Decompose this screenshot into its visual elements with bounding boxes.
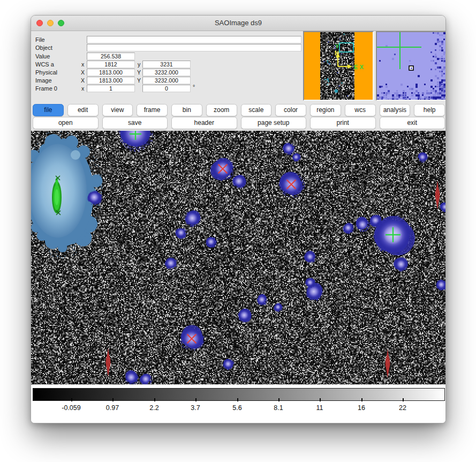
colorbar-tick — [195, 398, 197, 401]
colorbar-tick-label: 5.6 — [232, 404, 241, 412]
frame-x-label: x — [81, 85, 84, 92]
ds9-window: SAOImage ds9 File Object Value 256.538 W… — [31, 15, 446, 423]
menu-bin[interactable]: bin — [171, 104, 202, 116]
header-button[interactable]: header — [171, 117, 237, 129]
panner-viewbox — [339, 43, 353, 52]
colorbar-tick-label: 2.2 — [149, 404, 158, 412]
colorbar-tick-label: 3.7 — [191, 404, 200, 412]
menu-frame[interactable]: frame — [137, 104, 168, 116]
colorbar-tick-label: -0.059 — [62, 404, 80, 412]
colorbar-gradient[interactable] — [33, 388, 445, 401]
compass-label-y: Y — [335, 43, 339, 49]
colorbar-area: -0.059 0.97 2.2 3.7 5.6 8.1 11 16 22 — [31, 384, 446, 423]
compass-label-n: N — [335, 50, 339, 56]
image-x-field: 1813.000 — [87, 77, 135, 84]
magnifier-cursor-dot — [411, 68, 412, 69]
compass-label-x: X — [360, 64, 364, 70]
compass-label-e: E — [354, 64, 358, 70]
panner-overlay: Y N E X — [304, 32, 373, 100]
action-bar: open save header page setup print exit — [33, 117, 445, 129]
desktop: { "window": { "title": "SAOImage ds9" },… — [0, 0, 476, 462]
traffic-lights — [36, 20, 64, 26]
magnifier-panel[interactable] — [376, 31, 446, 101]
physical-y-field: 3232.000 — [142, 69, 191, 76]
page-setup-button[interactable]: page setup — [241, 117, 307, 129]
value-field: 256.538 — [87, 53, 135, 60]
image-x-label: X — [81, 77, 85, 84]
colorbar-tick — [320, 398, 321, 401]
physical-x-label: X — [81, 69, 85, 76]
compass-right-arrowhead — [347, 64, 352, 69]
save-button[interactable]: save — [102, 117, 168, 129]
menu-scale[interactable]: scale — [241, 104, 272, 116]
frame-angle-unit: ° — [193, 84, 195, 90]
colorbar-tick — [71, 398, 72, 401]
file-field — [87, 36, 301, 43]
menu-view[interactable]: view — [102, 104, 133, 116]
physical-y-label: Y — [137, 69, 141, 76]
menu-color[interactable]: color — [275, 104, 306, 116]
colorbar-tick — [154, 398, 155, 401]
wcs-x-field: 1812 — [87, 61, 135, 68]
menu-wcs[interactable]: wcs — [345, 104, 376, 116]
physical-x-field: 1813.000 — [87, 69, 135, 76]
zoom-button[interactable] — [58, 20, 64, 26]
physical-label: Physical — [35, 69, 57, 76]
colorbar-tick — [403, 398, 404, 401]
panner-panel[interactable]: Y N E X — [303, 31, 374, 101]
image-label: Image — [35, 77, 52, 84]
titlebar: SAOImage ds9 — [31, 16, 445, 31]
minimize-button[interactable] — [47, 20, 54, 26]
wcs-x-label: x — [81, 61, 84, 68]
colorbar-tick-label: 0.97 — [106, 404, 119, 412]
frame-x-field: 1 — [87, 85, 135, 92]
wcs-y-label: y — [138, 61, 140, 68]
image-y-label: Y — [137, 77, 141, 84]
window-title: SAOImage ds9 — [31, 16, 445, 31]
close-button[interactable] — [36, 20, 43, 26]
object-field — [87, 44, 301, 51]
menu-help[interactable]: help — [414, 104, 445, 116]
frame-label: Frame 0 — [35, 85, 57, 92]
colorbar-tick-label: 16 — [358, 404, 365, 412]
print-button[interactable]: print — [310, 117, 376, 129]
wcs-y-field: 3231 — [142, 61, 191, 68]
magnifier-overlay — [377, 32, 445, 100]
menu-region[interactable]: region — [310, 104, 341, 116]
object-label: Object — [35, 44, 52, 51]
colorbar-tick-label: 11 — [316, 404, 323, 412]
value-label: Value — [35, 53, 50, 59]
menu-edit[interactable]: edit — [67, 104, 99, 116]
colorbar-tick-label: 8.1 — [274, 404, 283, 412]
image-canvas[interactable] — [31, 131, 446, 384]
image-y-field: 3232.000 — [142, 77, 191, 84]
exit-button[interactable]: exit — [380, 117, 445, 129]
colorbar-tick — [112, 398, 114, 401]
menu-bar: file edit view frame bin zoom scale colo… — [33, 104, 445, 116]
info-panel: File Object Value 256.538 WCS a x 1812 y… — [31, 31, 446, 104]
colorbar-tick — [278, 398, 279, 401]
open-button[interactable]: open — [33, 117, 99, 129]
menu-file[interactable]: file — [33, 104, 64, 116]
file-label: File — [35, 36, 45, 43]
colorbar-tick — [361, 398, 362, 401]
colorbar-tick — [237, 398, 238, 401]
frame-angle-field: 0 — [142, 85, 191, 92]
colorbar-tick-label: 22 — [399, 404, 406, 412]
wcs-label: WCS a — [35, 61, 54, 68]
menu-zoom[interactable]: zoom — [206, 104, 237, 116]
menu-analysis[interactable]: analysis — [380, 104, 411, 116]
